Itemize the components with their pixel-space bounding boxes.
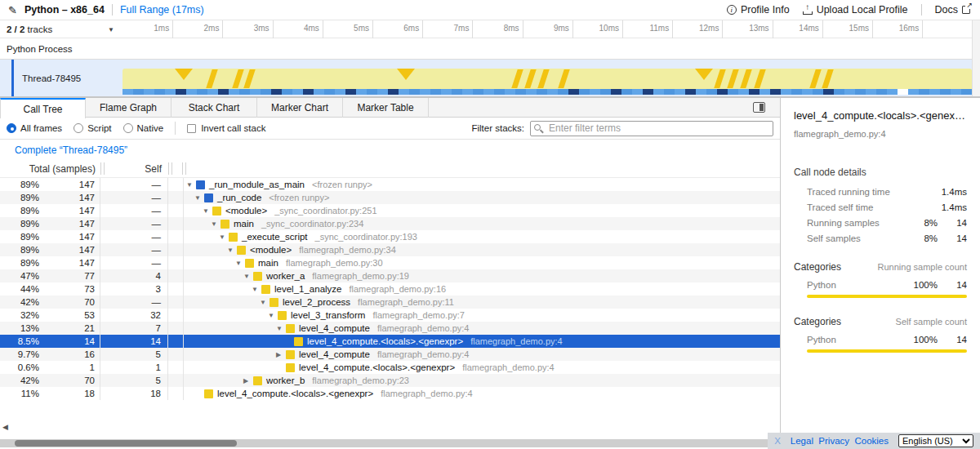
radio-script[interactable]: Script (74, 123, 111, 133)
call-tree: 89%147—▼_run_module_as_main<frozen runpy… (0, 178, 780, 400)
thread-track-label[interactable]: Thread-78495 (14, 60, 122, 96)
sample-cell (197, 89, 207, 95)
column-self-header[interactable]: Self (106, 163, 168, 175)
marker-stripe[interactable] (809, 69, 821, 88)
marker-stripe[interactable] (243, 69, 255, 88)
expand-toggle-icon[interactable]: ▼ (194, 194, 204, 202)
expand-toggle-icon[interactable]: ▼ (252, 286, 261, 293)
invert-call-stack-checkbox[interactable]: Invert call stack (187, 123, 265, 133)
edit-profile-name-icon[interactable]: ✎ (8, 4, 17, 16)
thread-track-graph[interactable] (122, 60, 972, 96)
full-range-link[interactable]: Full Range (17ms) (120, 4, 204, 16)
marker-stripe[interactable] (822, 69, 833, 88)
call-tree-row[interactable]: 89%147—▼mainflamegraph_demo.py:30 (0, 256, 780, 269)
sample-cell (611, 89, 621, 95)
call-tree-row[interactable]: 13%217▼level_4_computeflamegraph_demo.py… (0, 322, 780, 335)
expand-toggle-icon[interactable]: ▼ (268, 312, 278, 319)
tab-stack-chart[interactable]: Stack Chart (172, 98, 257, 118)
call-tree-row[interactable]: 9.7%165▶level_4_computeflamegraph_demo.p… (0, 348, 780, 361)
call-tree-row[interactable]: 11%1818level_4_compute.<locals>.<genexpr… (0, 387, 780, 400)
marker-triangle[interactable] (397, 69, 415, 80)
sample-cell (229, 89, 239, 95)
scrollbar-thumb[interactable] (15, 440, 237, 447)
call-tree-row[interactable]: 89%147—▼_run_module_as_main<frozen runpy… (0, 178, 780, 191)
ruler-gridline (472, 20, 473, 38)
detail-label: Self samples (807, 233, 905, 243)
sample-strip[interactable] (122, 89, 972, 95)
radio-native[interactable]: Native (123, 123, 164, 133)
column-total-header[interactable]: Total (samples) (0, 163, 100, 175)
footer-link-cookies[interactable]: Cookies (854, 436, 889, 446)
breadcrumb-root-link[interactable]: Complete “Thread-78495” (15, 144, 127, 156)
expand-toggle-icon[interactable]: ▼ (243, 273, 253, 280)
radio-all-frames[interactable]: All frames (7, 123, 62, 133)
marker-triangle[interactable] (695, 69, 713, 80)
call-tree-row[interactable]: 8.5%1414level_4_compute.<locals>.<genexp… (0, 335, 780, 348)
category-row: Python100%14 (794, 335, 967, 345)
call-tree-row[interactable]: 89%147—▼_run_code<frozen runpy> (0, 191, 780, 204)
footer-dismiss-button[interactable]: X (774, 436, 781, 446)
call-tree-row[interactable]: 0.6%11level_4_compute.<locals>.<genexpr>… (0, 361, 780, 374)
process-track-header[interactable]: Python Process (0, 38, 972, 60)
expand-toggle-icon[interactable]: ▼ (276, 325, 286, 332)
marker-stripe[interactable] (206, 69, 217, 88)
call-tree-row[interactable]: 42%70—▼level_2_processflamegraph_demo.py… (0, 296, 780, 309)
column-resize-handle[interactable] (182, 162, 186, 175)
call-tree-row[interactable]: 32%5332▼level_3_transformflamegraph_demo… (0, 309, 780, 322)
tab-marker-table[interactable]: Marker Table (343, 98, 429, 118)
column-resize-handle[interactable] (168, 162, 172, 175)
chevron-down-icon[interactable]: ▼ (108, 26, 122, 33)
call-tree-row[interactable]: 89%147—▼<module>flamegraph_demo.py:34 (0, 243, 780, 256)
docs-button[interactable]: Docs (935, 4, 970, 16)
column-resize-handle[interactable] (100, 162, 105, 175)
sidebar-toggle-button[interactable] (753, 102, 765, 113)
expand-toggle-icon[interactable]: ▼ (203, 207, 212, 215)
expand-toggle-icon[interactable]: ▼ (211, 220, 220, 228)
call-tree-row[interactable]: 47%774▼worker_aflamegraph_demo.py:19 (0, 269, 780, 282)
activity-graph[interactable] (122, 69, 972, 89)
expand-toggle-icon[interactable]: ▼ (227, 247, 237, 254)
profile-info-button[interactable]: i Profile Info (727, 4, 790, 16)
expand-toggle-icon[interactable]: ▼ (219, 233, 229, 241)
thread-track[interactable]: Thread-78495 (0, 60, 972, 96)
info-icon: i (727, 5, 737, 15)
tab-marker-chart[interactable]: Marker Chart (257, 98, 343, 118)
marker-triangle[interactable] (175, 69, 193, 80)
footer-link-privacy[interactable]: Privacy (818, 436, 849, 446)
footer-link-legal[interactable]: Legal (791, 436, 813, 446)
marker-stripe[interactable] (524, 69, 536, 88)
marker-stripe[interactable] (511, 69, 523, 88)
footer-links: Legal Privacy Cookies (791, 436, 889, 446)
file-location: flamegraph_demo.py:16 (349, 284, 446, 294)
tab-call-tree[interactable]: Call Tree (0, 98, 86, 118)
language-select[interactable]: English (US) (898, 434, 973, 447)
expand-toggle-icon[interactable]: ▼ (260, 299, 270, 306)
horizontal-scrollbar[interactable] (0, 439, 768, 447)
marker-stripe[interactable] (727, 69, 738, 88)
tab-flame-graph[interactable]: Flame Graph (86, 98, 172, 118)
scroll-left-icon[interactable]: ◀ (2, 423, 8, 431)
expand-toggle-icon[interactable]: ▼ (235, 260, 245, 267)
filter-input[interactable] (530, 121, 773, 136)
call-tree-row[interactable]: 89%147—▼<module>_sync_coordinator.py:251 (0, 204, 780, 217)
expand-toggle-icon[interactable]: ▶ (276, 351, 286, 358)
marker-stripe[interactable] (558, 69, 569, 88)
upload-profile-button[interactable]: ↑ Upload Local Profile (803, 4, 908, 16)
call-tree-row[interactable]: 42%705▶worker_bflamegraph_demo.py:23 (0, 374, 780, 387)
sample-cell (600, 89, 611, 95)
time-ruler[interactable]: 1ms2ms3ms4ms5ms6ms7ms8ms9ms10ms11ms12ms1… (122, 20, 972, 38)
marker-stripe[interactable] (754, 69, 765, 88)
call-tree-row[interactable]: 89%147—▼_execute_script_sync_coordinator… (0, 230, 780, 243)
expand-toggle-icon[interactable]: ▼ (186, 181, 196, 189)
marker-stripe[interactable] (537, 69, 549, 88)
self-samples: 18 (100, 387, 168, 400)
marker-stripe[interactable] (714, 69, 725, 88)
sample-cell (377, 89, 388, 95)
marker-stripe[interactable] (740, 69, 751, 88)
expand-toggle-icon[interactable]: ▶ (243, 377, 253, 385)
call-tree-row[interactable]: 89%147—▼main_sync_coordinator.py:234 (0, 217, 780, 230)
tracks-dropdown[interactable]: 2 / 2 tracks ▼ (0, 20, 122, 38)
marker-stripe[interactable] (232, 69, 243, 88)
checkbox-icon (187, 124, 196, 133)
call-tree-row[interactable]: 44%733▼level_1_analyzeflamegraph_demo.py… (0, 282, 780, 296)
